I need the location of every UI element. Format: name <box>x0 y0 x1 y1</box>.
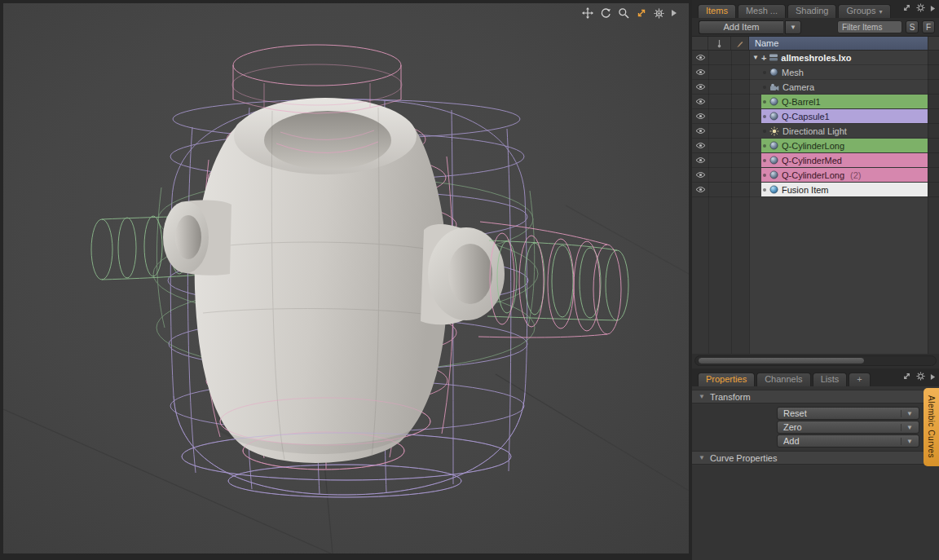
table-row[interactable]: Mesh <box>692 65 939 80</box>
tree-dot <box>763 159 766 162</box>
visibility-column-header[interactable] <box>692 37 708 50</box>
chevron-down-icon[interactable]: ▼ <box>901 410 913 417</box>
wireframe-green-cylinder-right <box>487 240 628 320</box>
table-row[interactable]: ▼ + allmeshroles.lxo <box>692 51 939 65</box>
panel-arrow-icon[interactable] <box>930 369 936 384</box>
alembic-curves-side-tab[interactable]: Alembic Curves <box>924 388 939 466</box>
visibility-toggle[interactable] <box>692 109 708 123</box>
chevron-down-icon: ▾ <box>879 8 882 15</box>
properties-panel: Properties Channels Lists + ▼ Transform … <box>692 368 939 560</box>
visibility-toggle[interactable] <box>692 65 708 79</box>
table-row[interactable]: Camera <box>692 80 939 95</box>
move-tool-icon[interactable] <box>582 7 593 19</box>
eye-icon <box>695 157 706 164</box>
item-label: Mesh <box>782 68 804 77</box>
tab-channels[interactable]: Channels <box>756 373 810 386</box>
eye-icon <box>695 112 706 120</box>
reset-button[interactable]: Reset ▼ <box>777 407 919 420</box>
zero-button[interactable]: Zero ▼ <box>777 421 919 434</box>
table-row[interactable]: Q-Capsule1 <box>692 109 939 124</box>
horizontal-scrollbar[interactable] <box>694 355 937 366</box>
transform-section-header[interactable]: ▼ Transform <box>692 390 924 403</box>
visibility-toggle[interactable] <box>692 124 708 138</box>
tab-shading[interactable]: Shading <box>787 4 836 18</box>
gear-icon[interactable] <box>916 369 925 384</box>
maximize-icon[interactable] <box>902 369 911 384</box>
section-title: Transform <box>710 392 751 402</box>
maximize-icon[interactable] <box>636 7 647 19</box>
light-icon <box>769 126 779 136</box>
eye-icon <box>695 127 706 134</box>
visibility-toggle[interactable] <box>692 80 708 94</box>
visibility-toggle[interactable] <box>692 139 708 152</box>
table-row[interactable]: Directional Light <box>692 124 939 139</box>
viewport-3d[interactable] <box>3 3 689 553</box>
zoom-tool-icon[interactable] <box>618 7 629 19</box>
tree-dot <box>763 71 766 74</box>
table-row[interactable]: Q-CylinderMed <box>692 153 939 168</box>
add-button[interactable]: Add ▼ <box>777 434 919 448</box>
panel-arrow-icon[interactable] <box>930 1 936 15</box>
column-header-row: Name <box>692 36 939 51</box>
curve-properties-section-header[interactable]: ▼ Curve Properties <box>692 451 924 465</box>
item-label: Q-CylinderLong <box>782 170 844 180</box>
add-item-button[interactable]: Add Item <box>699 20 783 34</box>
item-label: Directional Light <box>782 126 847 136</box>
mesh-icon <box>769 112 778 121</box>
name-column-header[interactable]: Name <box>749 37 928 50</box>
visibility-toggle[interactable] <box>692 51 708 64</box>
item-list-panel: Items Mesh ... Shading Groups▾ Add Item … <box>692 0 939 368</box>
item-label: Camera <box>782 82 814 92</box>
tree-dot <box>763 100 766 104</box>
table-row[interactable]: Fusion Item <box>692 183 939 197</box>
chevron-down-icon[interactable]: ▼ <box>901 424 913 431</box>
visibility-toggle[interactable] <box>692 183 708 196</box>
tab-mesh[interactable]: Mesh ... <box>738 4 786 18</box>
eye-icon <box>695 186 706 193</box>
pin-column-header[interactable] <box>708 37 731 50</box>
tab-lists[interactable]: Lists <box>813 373 848 386</box>
scene-3d <box>3 3 689 553</box>
gear-icon[interactable] <box>916 1 925 15</box>
tab-groups[interactable]: Groups▾ <box>838 4 890 18</box>
plus-icon[interactable]: + <box>761 53 766 63</box>
collapse-arrow-icon: ▼ <box>699 454 705 461</box>
brush-icon <box>735 39 744 48</box>
filter-f-button[interactable]: F <box>922 20 935 33</box>
gear-icon[interactable] <box>654 8 664 19</box>
tab-properties[interactable]: Properties <box>698 373 755 386</box>
fusion-icon <box>769 185 778 194</box>
item-label: allmeshroles.lxo <box>781 53 851 63</box>
panel-arrow-icon[interactable] <box>671 9 677 17</box>
visibility-toggle[interactable] <box>692 95 708 108</box>
scene-icon <box>769 54 778 62</box>
filter-s-button[interactable]: S <box>906 20 919 33</box>
button-label: Reset <box>783 408 807 418</box>
render-column-header[interactable] <box>731 37 749 50</box>
add-item-dropdown[interactable]: ▼ <box>785 20 801 34</box>
tab-add[interactable]: + <box>849 373 870 386</box>
visibility-toggle[interactable] <box>692 153 708 167</box>
visibility-toggle[interactable] <box>692 168 708 182</box>
camera-icon <box>769 83 779 91</box>
item-tree: ▼ + allmeshroles.lxo Mesh <box>692 51 939 354</box>
rotate-tool-icon[interactable] <box>600 7 611 19</box>
item-list-controls: Add Item ▼ S F <box>692 18 939 36</box>
tree-dot <box>763 144 766 148</box>
chevron-down-icon[interactable]: ▼ <box>901 438 913 445</box>
app-window: Items Mesh ... Shading Groups▾ Add Item … <box>0 0 939 560</box>
item-label: Q-CylinderMed <box>782 156 842 165</box>
tree-dot <box>763 86 766 89</box>
mesh-icon <box>769 156 778 165</box>
tab-items[interactable]: Items <box>698 4 736 18</box>
viewport-toolbar <box>582 7 677 19</box>
expand-arrow-icon[interactable]: ▼ <box>752 54 759 61</box>
table-row[interactable]: Q-Barrel1 <box>692 95 939 109</box>
scrollbar-thumb[interactable] <box>698 357 865 364</box>
properties-tabbar: Properties Channels Lists + <box>692 368 939 386</box>
tree-dot <box>763 130 766 133</box>
maximize-icon[interactable] <box>902 1 911 15</box>
table-row[interactable]: Q-CylinderLong (2) <box>692 168 939 183</box>
filter-items-input[interactable] <box>837 20 902 33</box>
table-row[interactable]: Q-CylinderLong <box>692 139 939 153</box>
